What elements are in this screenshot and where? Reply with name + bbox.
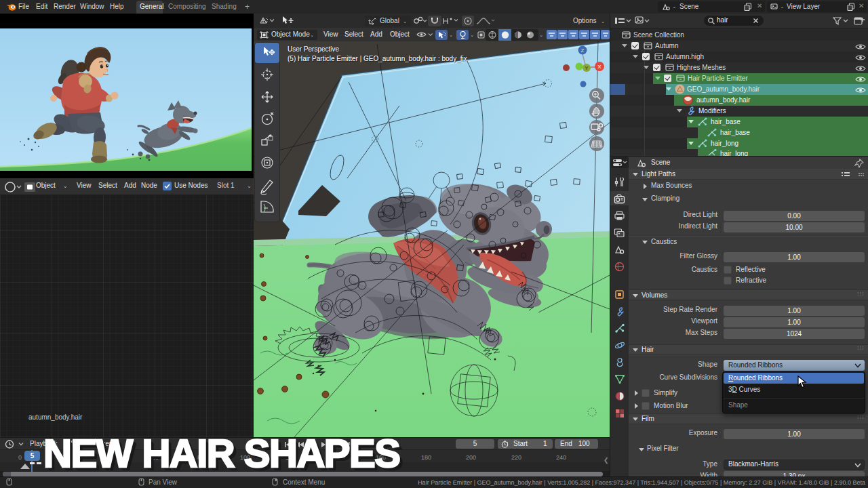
svg-text:X: X xyxy=(597,64,601,70)
svg-text:Z: Z xyxy=(581,47,585,54)
svg-text:Y: Y xyxy=(585,65,588,71)
